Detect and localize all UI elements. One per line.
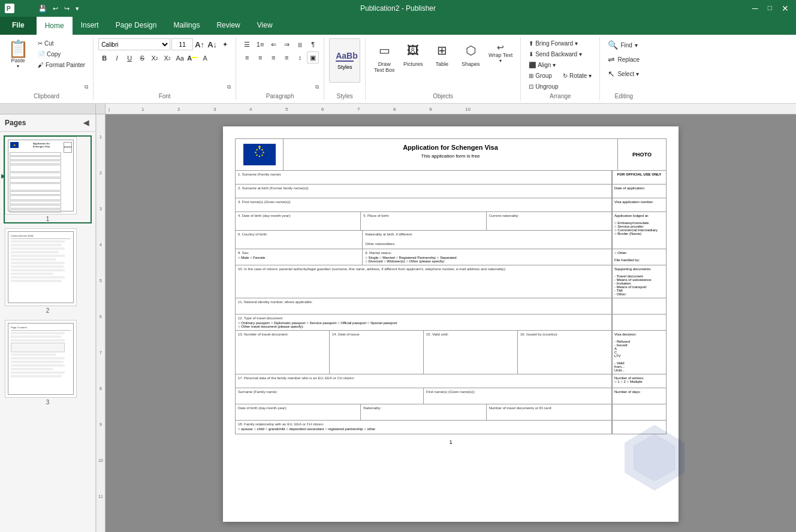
- decrease-indent[interactable]: ⇐: [267, 38, 279, 50]
- form-application-lodged: Application lodged at: ○ Embassy/consula…: [612, 212, 666, 249]
- page-thumbnail-1[interactable]: ▶ ★ Application forSchengen Visa PHOTO: [4, 135, 92, 223]
- italic-button[interactable]: I: [111, 52, 123, 64]
- shapes-button[interactable]: ⬡ Shapes: [457, 38, 484, 69]
- rotate-button[interactable]: ↻ Rotate ▾: [560, 71, 595, 81]
- quick-access-dropdown[interactable]: ▾: [73, 4, 82, 14]
- save-quick-button[interactable]: 💾: [36, 4, 49, 14]
- svg-text:1: 1: [141, 107, 144, 112]
- bullets-btn[interactable]: ☰: [241, 38, 253, 50]
- wrap-text-button[interactable]: ↩ Wrap Text ▾: [486, 41, 515, 65]
- close-button[interactable]: ✕: [779, 2, 791, 14]
- text-highlight-btn[interactable]: A: [199, 52, 211, 64]
- copy-icon: 📄: [38, 51, 45, 58]
- align-center[interactable]: ≡: [254, 52, 266, 64]
- format-painter-button[interactable]: 🖌 Format Painter: [35, 60, 88, 70]
- increase-indent[interactable]: ⇒: [281, 38, 293, 50]
- redo-button[interactable]: ↪: [62, 4, 72, 14]
- table-button[interactable]: ⊞ Table: [428, 38, 456, 69]
- undo-button[interactable]: ↩: [50, 4, 61, 14]
- menu-insert[interactable]: Insert: [73, 17, 107, 35]
- underline-button[interactable]: U: [123, 52, 135, 64]
- line-spacing[interactable]: ↕: [294, 52, 306, 64]
- form-sex-field: 8. Sex: ○ Male ○ Female: [236, 249, 363, 265]
- replace-icon: ⇌: [608, 55, 615, 64]
- menu-mailings[interactable]: Mailings: [165, 17, 208, 35]
- superscript-button[interactable]: X2: [161, 52, 173, 64]
- clipboard-expand[interactable]: ⧉: [85, 84, 91, 90]
- form-official-empty-2: [612, 315, 666, 330]
- font-size-increase[interactable]: A↑: [194, 38, 206, 50]
- font-size-decrease[interactable]: A↓: [206, 38, 218, 50]
- ungroup-icon: ⊡: [529, 83, 533, 90]
- form-travel-doc-num-field: 13. Number of travel document:: [236, 331, 330, 374]
- styles-button[interactable]: AaBb Styles: [329, 38, 360, 83]
- menu-review[interactable]: Review: [208, 17, 248, 35]
- show-hide-btn[interactable]: ¶: [307, 38, 319, 50]
- copy-button[interactable]: 📄 Copy: [35, 49, 88, 59]
- ribbon-group-clipboard: 📋 Paste ▾ ✂ Cut 📄 Copy 🖌 Format Painter: [0, 37, 94, 101]
- svg-text:6: 6: [321, 107, 324, 112]
- svg-point-31: [261, 155, 263, 156]
- ribbon-group-styles: AaBb Styles Styles: [324, 37, 366, 101]
- send-backward-button[interactable]: ⬇ Send Backward ▾: [526, 49, 585, 59]
- canvas-area[interactable]: Application for Schengen Visa This appli…: [105, 114, 796, 532]
- minimize-button[interactable]: ─: [750, 2, 761, 14]
- font-size-input[interactable]: [171, 38, 193, 50]
- ribbon-group-font: Calibri A↑ A↓ ✦ B I U S X2 X2 Aa A A: [94, 37, 236, 101]
- table-icon: ⊞: [432, 41, 451, 60]
- page-thumb-image-2: Continued form fields: [5, 228, 77, 306]
- restore-button[interactable]: □: [765, 2, 774, 14]
- shapes-icon: ⬡: [461, 41, 480, 60]
- replace-button[interactable]: ⇌ Replace: [605, 53, 643, 66]
- wrap-text-icon: ↩: [497, 43, 504, 52]
- svg-text:6: 6: [100, 315, 102, 319]
- bold-button[interactable]: B: [98, 52, 110, 64]
- menu-page-design[interactable]: Page Design: [107, 17, 165, 35]
- group-icon: ⊞: [529, 72, 533, 79]
- ribbon-group-paragraph: ☰ 1≡ ⇐ ⇒ ⫼ ¶ ≡ ≡ ≡ ≡ ↕ ▣ Paragraph ⧉: [236, 37, 324, 101]
- paste-button[interactable]: 📋 Paste ▾: [5, 38, 31, 71]
- align-left[interactable]: ≡: [241, 52, 253, 64]
- sidebar-collapse-button[interactable]: ◀: [81, 118, 91, 128]
- shading-btn[interactable]: ▣: [307, 52, 319, 64]
- page-thumbnail-2[interactable]: Continued form fields: [4, 227, 92, 315]
- subscript-button[interactable]: X2: [149, 52, 161, 64]
- group-button[interactable]: ⊞ Group: [526, 71, 555, 81]
- form-official-empty-3: [612, 404, 666, 420]
- numbering-btn[interactable]: 1≡: [254, 38, 266, 50]
- ungroup-button[interactable]: ⊡ Ungroup: [526, 81, 561, 92]
- form-issue-date-field: 14. Date of issue:: [330, 331, 424, 374]
- eu-flag: [243, 144, 276, 165]
- arrange-label: Arrange: [526, 93, 595, 99]
- svg-text:3: 3: [100, 207, 102, 211]
- font-label: Font: [98, 93, 231, 99]
- strikethrough-button[interactable]: S: [136, 52, 148, 64]
- page-thumbnail-3[interactable]: Page 3 content 3: [4, 319, 92, 407]
- font-expand[interactable]: ⧉: [227, 84, 233, 90]
- font-color-btn[interactable]: A: [186, 52, 198, 64]
- align-button[interactable]: ⬛ Align ▾: [526, 60, 559, 70]
- draw-text-box-button[interactable]: ▭ DrawText Box: [370, 38, 398, 75]
- menu-file[interactable]: File: [0, 17, 37, 35]
- select-button[interactable]: ↖ Select ▾: [605, 67, 642, 80]
- menu-bar: File Home Insert Page Design Mailings Re…: [0, 17, 796, 35]
- menu-home[interactable]: Home: [37, 17, 73, 35]
- pictures-icon: 🖼: [403, 41, 423, 60]
- form-travel-doc-type-field: 12. Type of travel document: ○ Ordinary …: [236, 315, 611, 330]
- paragraph-expand[interactable]: ⧉: [315, 84, 321, 90]
- cut-button[interactable]: ✂ Cut: [35, 38, 88, 49]
- change-case-btn[interactable]: Aa: [174, 52, 186, 64]
- clear-format-btn[interactable]: ✦: [219, 38, 231, 50]
- justify[interactable]: ≡: [281, 52, 293, 64]
- find-button[interactable]: 🔍 Find ▾: [605, 38, 640, 52]
- pictures-button[interactable]: 🖼 Pictures: [399, 38, 427, 69]
- form-nationality-birth-field: Nationality at birth, if different: Othe…: [363, 231, 611, 249]
- rotate-icon: ↻: [563, 72, 568, 79]
- form-family-dob-field: Date of birth (day-month-year):: [236, 404, 361, 420]
- font-name-select[interactable]: Calibri: [98, 38, 170, 50]
- align-right[interactable]: ≡: [267, 52, 279, 64]
- bring-forward-button[interactable]: ⬆ Bring Forward ▾: [526, 38, 581, 49]
- menu-view[interactable]: View: [249, 17, 281, 35]
- columns-btn[interactable]: ⫼: [294, 38, 306, 50]
- paragraph-label: Paragraph: [241, 93, 319, 99]
